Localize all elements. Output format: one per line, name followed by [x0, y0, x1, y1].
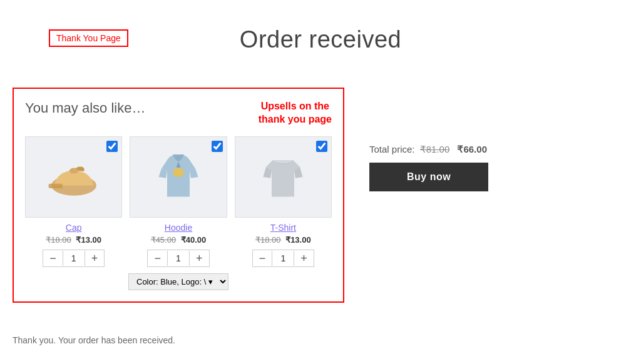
upsell-box: You may also like… Upsells on the thank … — [13, 88, 344, 303]
buy-now-button[interactable]: Buy now — [369, 163, 488, 191]
products-row: Cap ₹18.00 ₹13.00 − 1 + — [25, 136, 332, 267]
hoodie-icon — [150, 149, 207, 205]
qty-decrease-hoodie[interactable]: − — [148, 250, 167, 266]
cap-icon — [46, 149, 102, 205]
upsell-title: You may also like… — [25, 100, 145, 116]
quantity-control-cap: − 1 + — [43, 250, 105, 267]
product-name-hoodie[interactable]: Hoodie — [165, 223, 192, 233]
total-price-old: ₹81.00 — [420, 144, 450, 154]
product-card-hoodie: Hoodie ₹45.00 ₹40.00 − 1 + — [130, 136, 227, 267]
qty-increase-tshirt[interactable]: + — [294, 250, 314, 266]
quantity-control-tshirt: − 1 + — [252, 250, 314, 267]
product-checkbox-cap[interactable] — [106, 141, 118, 152]
total-price-row: Total price: ₹81.00 ₹66.00 — [369, 144, 488, 155]
product-prices-cap: ₹18.00 ₹13.00 — [46, 235, 101, 245]
product-image-wrapper-tshirt — [235, 136, 332, 218]
svg-point-3 — [173, 168, 184, 176]
product-name-tshirt[interactable]: T-Shirt — [270, 223, 296, 233]
order-title: Order received — [0, 26, 641, 53]
product-image-wrapper-cap — [25, 136, 122, 218]
product-image-wrapper-hoodie — [130, 136, 227, 218]
qty-decrease-tshirt[interactable]: − — [253, 250, 272, 266]
qty-value-hoodie: 1 — [167, 251, 190, 266]
right-panel: Total price: ₹81.00 ₹66.00 Buy now — [369, 144, 488, 191]
svg-point-1 — [69, 168, 78, 173]
upsell-label: Upsells on the thank you page — [259, 100, 332, 126]
qty-increase-hoodie[interactable]: + — [190, 250, 209, 266]
tshirt-icon — [255, 149, 311, 205]
qty-decrease-cap[interactable]: − — [43, 250, 63, 266]
product-card-tshirt: T-Shirt ₹18.00 ₹13.00 − 1 + — [235, 136, 332, 267]
color-select[interactable]: Color: Blue, Logo: \ ▾ — [128, 273, 228, 290]
color-dropdown-row: Color: Blue, Logo: \ ▾ — [25, 273, 332, 290]
product-card-cap: Cap ₹18.00 ₹13.00 − 1 + — [25, 136, 122, 267]
total-label: Total price: — [369, 144, 415, 154]
product-checkbox-hoodie[interactable] — [212, 141, 223, 152]
qty-value-tshirt: 1 — [272, 251, 294, 266]
svg-rect-2 — [48, 183, 63, 188]
product-prices-hoodie: ₹45.00 ₹40.00 — [151, 235, 207, 245]
total-price-new: ₹66.00 — [457, 144, 487, 154]
qty-value-cap: 1 — [63, 251, 85, 266]
product-name-cap[interactable]: Cap — [66, 223, 82, 233]
qty-increase-cap[interactable]: + — [85, 250, 105, 266]
footer-message: Thank you. Your order has been received. — [13, 335, 175, 345]
product-checkbox-tshirt[interactable] — [316, 141, 327, 152]
product-prices-tshirt: ₹18.00 ₹13.00 — [255, 235, 311, 245]
quantity-control-hoodie: − 1 + — [147, 250, 209, 267]
upsell-header: You may also like… Upsells on the thank … — [25, 100, 332, 126]
